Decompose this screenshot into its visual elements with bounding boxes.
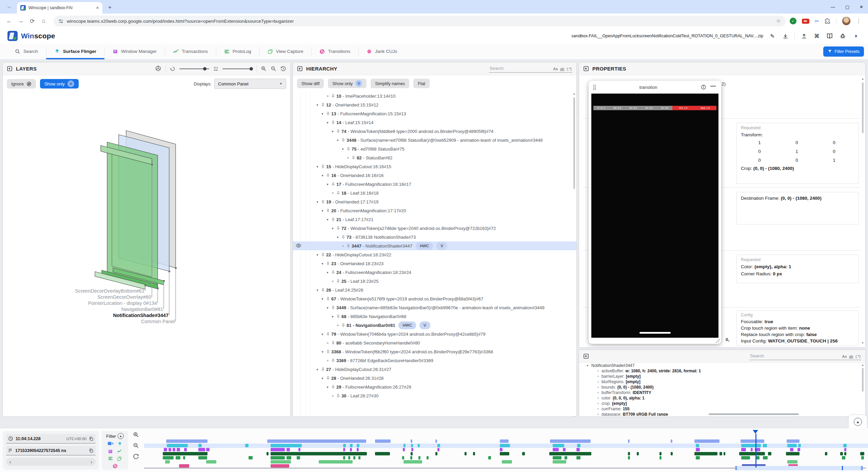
timeline-segment-transactions[interactable] — [825, 452, 827, 455]
reload-icon[interactable]: ⟳ — [26, 15, 38, 27]
hierarchy-node-82[interactable]: 82- StatusBar#82 — [293, 153, 576, 162]
window-right-handle[interactable] — [861, 466, 863, 470]
hierarchy-node-22[interactable]: ▾22- HideDisplayCutout:18:23#22 — [293, 250, 576, 259]
timeline-segment-screen-recording[interactable] — [411, 439, 412, 443]
timeline-segment-transactions[interactable] — [435, 452, 437, 455]
bookmark-star-icon[interactable]: ☆ — [776, 18, 781, 24]
visibility-icon[interactable] — [296, 243, 301, 249]
pin-icon[interactable] — [320, 200, 326, 204]
timeline-segment-transactions[interactable] — [739, 452, 765, 455]
timeline-segment-surface-flinger[interactable] — [343, 444, 346, 447]
timeline-segment-surface-flinger[interactable] — [418, 444, 420, 447]
timeline-segment-protolog[interactable] — [410, 456, 412, 459]
pin-icon[interactable] — [335, 314, 341, 319]
properties-search-input[interactable]: Search Aa ab (.*) — [749, 353, 861, 360]
nanosecond-time-field[interactable]: 1715339054227572545 ns — [6, 446, 96, 455]
timeline-segment-protolog[interactable] — [176, 456, 180, 459]
tab-view-capture[interactable]: View Capture — [259, 43, 312, 59]
timeline-segment-surface-flinger[interactable] — [245, 444, 249, 447]
hierarchy-node-29[interactable]: ▾29- FullscreenMagnification:26:27#29 — [293, 382, 576, 391]
rotation-slider[interactable] — [179, 68, 209, 69]
pin-icon[interactable] — [320, 164, 326, 169]
new-tab-button[interactable]: + — [105, 3, 115, 12]
timeline-cursor-marker[interactable] — [753, 430, 758, 434]
match-case-icon[interactable]: Aa — [842, 354, 847, 358]
layer-label[interactable]: ScreenDecorOverlay#60 — [97, 294, 151, 300]
timeline-segment-transactions[interactable] — [637, 452, 639, 455]
info-icon[interactable] — [701, 84, 706, 90]
hierarchy-node-72[interactable]: ▾72- WindowToken{a2746de type=2040 andro… — [293, 224, 576, 233]
transactions-icon[interactable] — [117, 449, 122, 453]
timeline-tracks[interactable] — [144, 428, 868, 472]
timeline-segment-transactions[interactable] — [768, 452, 771, 455]
timeline-segment-protolog[interactable] — [628, 456, 630, 459]
pin-icon[interactable] — [330, 120, 336, 125]
timeline-segment-transactions[interactable] — [628, 452, 630, 455]
window-minimize-button[interactable]: — — [831, 4, 835, 9]
layer-label[interactable]: NavigationBar0#81 — [121, 307, 163, 312]
timeline-segment-surface-flinger[interactable] — [741, 444, 761, 447]
window-close-button[interactable]: ✕ — [860, 4, 863, 9]
window-left-handle[interactable] — [735, 466, 737, 470]
timeline-segment-window-manager[interactable] — [437, 448, 439, 451]
timeline-segment-protolog[interactable] — [297, 456, 300, 459]
timeline-segment-surface-flinger[interactable] — [577, 444, 580, 447]
expand-arrow-icon[interactable]: ▾ — [315, 164, 320, 170]
timeline-cursor[interactable] — [755, 434, 756, 468]
timeline-segment-transactions[interactable] — [375, 452, 390, 455]
timeline-segment-transactions[interactable] — [671, 452, 673, 455]
hierarchy-node-21[interactable]: ▾21- Leaf:17:17#21 — [293, 215, 576, 224]
timeline-segment-window-manager[interactable] — [553, 448, 559, 451]
hierarchy-node-75[interactable]: ▾75- ed70f88 StatusBar#75 — [293, 144, 576, 153]
hierarchy-node-67[interactable]: ▾67- WindowToken{e5176f9 type=2019 andro… — [293, 294, 576, 303]
timeline-segment-window-manager[interactable] — [271, 448, 285, 451]
timeline-segment-transactions[interactable] — [522, 452, 525, 455]
extensions-puzzle-icon[interactable] — [825, 18, 831, 24]
timeline-segment-surface-flinger[interactable] — [437, 444, 440, 447]
timeline-segment-protolog[interactable] — [418, 456, 420, 459]
pin-icon[interactable] — [340, 323, 346, 328]
timeline-segment-protolog[interactable] — [565, 456, 567, 459]
zoom-in-icon[interactable] — [261, 66, 267, 72]
pin-icon[interactable] — [330, 217, 336, 222]
timeline-segment-surface-flinger[interactable] — [763, 444, 767, 447]
layers-3d-canvas[interactable]: ScreenDecorOverlayBottom#61 ScreenDecorO… — [3, 92, 290, 416]
timeline-segment-window-manager[interactable] — [184, 448, 187, 451]
timeline-segment-window-manager[interactable] — [343, 448, 345, 451]
flat-chip[interactable]: Flat — [413, 79, 430, 88]
transitions-icon[interactable] — [113, 464, 118, 469]
timeline-segment-surface-flinger[interactable] — [696, 444, 699, 447]
timeline-segment-surface-flinger[interactable] — [798, 444, 801, 447]
timeline-segment-protolog[interactable] — [427, 456, 429, 459]
timeline-segment-screen-recording[interactable] — [375, 439, 391, 443]
timeline-segment-transactions[interactable] — [860, 452, 864, 455]
timeline-segment-window-manager[interactable] — [198, 448, 205, 451]
hierarchy-node-16[interactable]: ▾16- OneHanded:16:16#16 — [293, 171, 576, 180]
timeline-zoom-reset-icon[interactable] — [133, 453, 139, 459]
hierarchy-node-3369[interactable]: 3369- 67726bf EdgeBackGestureHandler0#33… — [293, 356, 576, 365]
collapse-filter-icon[interactable]: ▲ — [118, 433, 124, 439]
pin-icon[interactable] — [330, 385, 336, 389]
url-bar[interactable]: winscope.teams.x20web.corp.google.com/pr… — [54, 16, 786, 26]
hierarchy-node-3448[interactable]: ▾3448- Surface(name=ed70f88 StatusBar)/@… — [293, 136, 576, 144]
timeline-segment-surface-flinger[interactable] — [500, 444, 510, 447]
rotation-icon[interactable] — [170, 66, 175, 72]
pin-icon[interactable] — [335, 191, 341, 195]
pin-icon[interactable] — [320, 288, 326, 292]
collapse-panel-icon[interactable] — [7, 66, 13, 72]
timeline-segment-window-manager[interactable] — [576, 448, 580, 451]
collapse-timeline-icon[interactable]: ▲ — [854, 418, 862, 426]
expand-arrow-icon[interactable]: ▾ — [330, 314, 335, 319]
layer-label[interactable]: Common Panel — [141, 319, 175, 324]
timeline-segment-window-manager[interactable] — [844, 448, 846, 451]
expand-arrow-icon[interactable]: ▾ — [320, 331, 325, 337]
hierarchy-node-3368[interactable]: ▾3368- WindowToken{f6b2f60 type=2024 and… — [293, 347, 576, 356]
spacing-icon[interactable] — [213, 66, 218, 71]
timeline-segment-transactions[interactable] — [473, 452, 475, 455]
property-row[interactable]: bounds:(0, 0) - (1080, 2400) — [579, 385, 865, 390]
displays-select[interactable]: Common Panel▼ — [214, 79, 286, 89]
hierarchy-node-26[interactable]: ▾26- Leaf:24:25#26 — [293, 286, 576, 294]
timeline-segment-window-manager[interactable] — [173, 448, 175, 451]
pin-icon[interactable] — [320, 253, 326, 257]
timeline-segment-window-manager[interactable] — [403, 448, 405, 451]
